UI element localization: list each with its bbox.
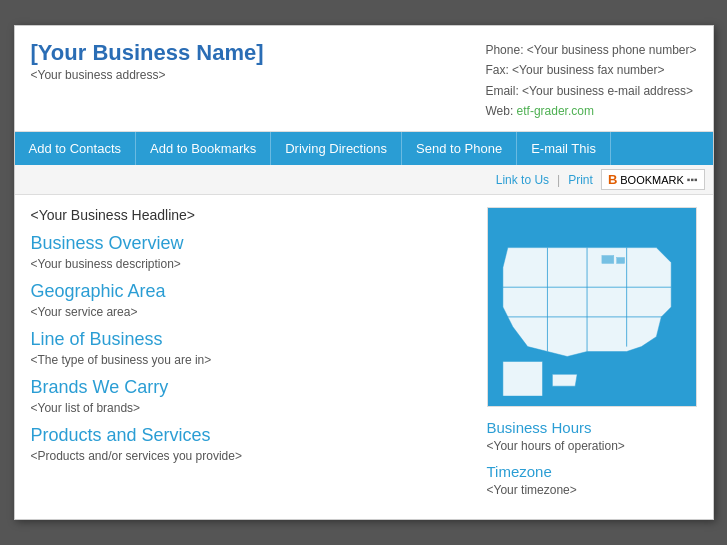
bookmark-extra-icons: ▪▪▪ <box>687 174 698 185</box>
business-headline: <Your Business Headline> <box>31 207 471 223</box>
web-link[interactable]: etf-grader.com <box>517 104 594 118</box>
toolbar-row: Link to Us | Print B BOOKMARK ▪▪▪ <box>15 165 713 195</box>
section-title-2: Line of Business <box>31 329 471 350</box>
header-left: [Your Business Name] <Your business addr… <box>31 40 264 82</box>
section-desc-1: <Your service area> <box>31 305 471 319</box>
business-address: <Your business address> <box>31 68 264 82</box>
timezone-desc: <Your timezone> <box>487 483 697 497</box>
phone-info: Phone: <Your business phone number> <box>485 40 696 60</box>
section-title-0: Business Overview <box>31 233 471 254</box>
bookmark-label: BOOKMARK <box>620 174 684 186</box>
business-hours-desc: <Your hours of operation> <box>487 439 697 453</box>
bookmark-widget[interactable]: B BOOKMARK ▪▪▪ <box>601 169 705 190</box>
main-content: <Your Business Headline> Business Overvi… <box>15 195 713 519</box>
business-name: [Your Business Name] <box>31 40 264 66</box>
section-title-3: Brands We Carry <box>31 377 471 398</box>
web-info: Web: etf-grader.com <box>485 101 696 121</box>
header-right: Phone: <Your business phone number> Fax:… <box>485 40 696 122</box>
section-desc-4: <Products and/or services you provide> <box>31 449 471 463</box>
email-info: Email: <Your business e-mail address> <box>485 81 696 101</box>
header: [Your Business Name] <Your business addr… <box>15 26 713 133</box>
nav-send-to-phone[interactable]: Send to Phone <box>402 132 517 165</box>
section-desc-2: <The type of business you are in> <box>31 353 471 367</box>
web-label: Web: <box>485 104 516 118</box>
us-map <box>487 207 697 407</box>
content-right: Business Hours <Your hours of operation>… <box>487 207 697 507</box>
bookmark-icon: B <box>608 172 617 187</box>
svg-rect-6 <box>601 256 613 264</box>
content-left: <Your Business Headline> Business Overvi… <box>31 207 471 507</box>
link-to-us[interactable]: Link to Us <box>496 173 549 187</box>
nav-bar: Add to Contacts Add to Bookmarks Driving… <box>15 132 713 165</box>
fax-info: Fax: <Your business fax number> <box>485 60 696 80</box>
svg-rect-7 <box>616 258 624 264</box>
nav-email-this[interactable]: E-mail This <box>517 132 611 165</box>
section-title-1: Geographic Area <box>31 281 471 302</box>
nav-driving-directions[interactable]: Driving Directions <box>271 132 402 165</box>
section-title-4: Products and Services <box>31 425 471 446</box>
business-hours-title: Business Hours <box>487 419 697 436</box>
nav-add-contacts[interactable]: Add to Contacts <box>15 132 137 165</box>
page-wrapper: [Your Business Name] <Your business addr… <box>14 25 714 521</box>
toolbar-separator: | <box>557 173 560 187</box>
nav-add-bookmarks[interactable]: Add to Bookmarks <box>136 132 271 165</box>
section-desc-3: <Your list of brands> <box>31 401 471 415</box>
print-link[interactable]: Print <box>568 173 593 187</box>
map-svg <box>488 208 696 406</box>
timezone-title: Timezone <box>487 463 697 480</box>
section-desc-0: <Your business description> <box>31 257 471 271</box>
